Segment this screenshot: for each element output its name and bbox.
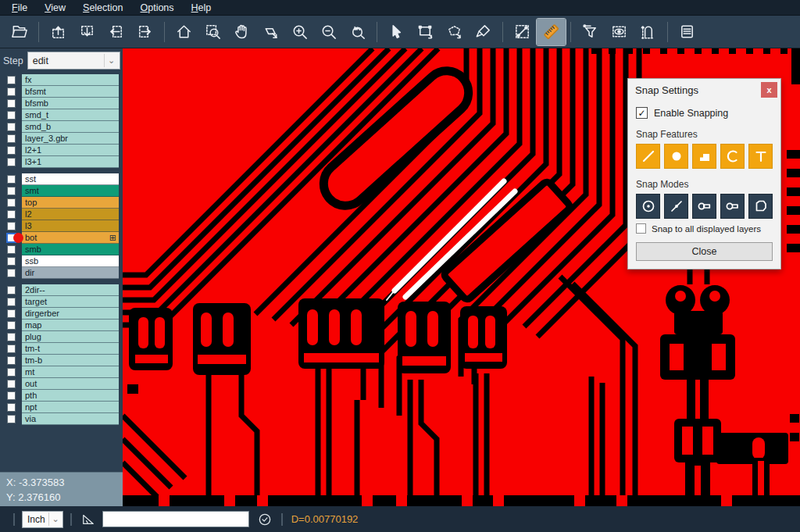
layer-checkbox[interactable]	[7, 158, 16, 166]
layer-checkbox[interactable]	[7, 403, 16, 412]
layer-row-map[interactable]: map	[0, 320, 119, 331]
layer-row-2dir--[interactable]: 2dir--	[0, 284, 119, 296]
zoom-window-button[interactable]	[198, 19, 227, 45]
layer-checkbox[interactable]	[7, 76, 16, 84]
layer-checkbox[interactable]	[7, 87, 16, 96]
layer-row-l3[interactable]: l3	[0, 220, 119, 232]
snap-arc-button[interactable]	[720, 144, 745, 169]
layer-row-tm-b[interactable]: tm-b	[0, 355, 119, 366]
brush-button[interactable]	[469, 19, 498, 45]
layer-checkbox[interactable]	[7, 175, 16, 184]
layer-checkbox[interactable]	[7, 345, 16, 353]
layer-checkbox[interactable]	[7, 356, 16, 365]
layer-row-smt[interactable]: smt	[0, 185, 119, 197]
layer-checkbox[interactable]	[7, 222, 16, 230]
view-eye-button[interactable]	[605, 19, 634, 45]
select-arrow-button[interactable]	[382, 19, 411, 45]
menu-selection[interactable]: Selection	[74, 0, 131, 16]
menu-options[interactable]: Options	[131, 0, 182, 16]
close-button[interactable]: Close	[636, 242, 773, 261]
enable-snapping-checkbox[interactable]: ✓	[636, 107, 648, 119]
layer-row-l3+1[interactable]: l3+1	[0, 156, 119, 168]
layer-row-layer_3.gbr[interactable]: layer_3.gbr	[0, 133, 119, 145]
zoom-out-button[interactable]	[314, 19, 343, 45]
snap-midpoint-button[interactable]	[664, 194, 688, 219]
import-down-button[interactable]	[73, 19, 102, 45]
layer-row-bfsmb[interactable]: bfsmb	[0, 98, 119, 109]
report-button[interactable]	[673, 19, 702, 45]
layer-checkbox[interactable]	[7, 245, 16, 254]
snap-surface-button[interactable]	[692, 144, 716, 169]
layer-checkbox[interactable]	[7, 333, 16, 341]
menu-view[interactable]: View	[36, 0, 74, 16]
layer-checkbox[interactable]	[7, 298, 16, 306]
import-left-button[interactable]	[102, 19, 130, 45]
layer-checkbox[interactable]	[7, 146, 16, 155]
pan-hand-button[interactable]	[227, 19, 256, 45]
layer-row-fx[interactable]: fx	[0, 74, 119, 86]
layer-row-l2+1[interactable]: l2+1	[0, 145, 119, 156]
layer-row-sst[interactable]: sst	[0, 173, 119, 185]
layer-row-tm-t[interactable]: tm-t	[0, 343, 119, 355]
layer-checkbox[interactable]	[7, 123, 16, 131]
measure-path-button[interactable]	[634, 19, 662, 45]
filter-button[interactable]	[576, 19, 605, 45]
layer-checkbox[interactable]	[7, 198, 16, 207]
layer-checkbox[interactable]	[7, 210, 16, 219]
layer-checkbox[interactable]	[7, 134, 16, 143]
layer-row-bfsmt[interactable]: bfsmt	[0, 86, 119, 98]
layer-checkbox[interactable]	[7, 269, 16, 277]
zoom-previous-button[interactable]	[343, 19, 372, 45]
layer-row-smd_t[interactable]: smd_t	[0, 109, 119, 121]
enable-snapping-row[interactable]: ✓ Enable Snapping	[636, 107, 773, 119]
layer-checkbox[interactable]	[7, 380, 16, 388]
layer-row-smd_b[interactable]: smd_b	[0, 121, 119, 133]
layer-checkbox[interactable]	[7, 321, 16, 330]
layer-checkbox[interactable]	[7, 391, 16, 400]
layer-row-bot[interactable]: bot⊞	[0, 232, 119, 244]
layer-checkbox[interactable]	[7, 368, 16, 377]
layer-checkbox[interactable]	[7, 286, 16, 295]
select-rectangle-button[interactable]	[411, 19, 440, 45]
layer-row-top[interactable]: top	[0, 197, 119, 209]
all-layers-checkbox[interactable]	[636, 223, 646, 234]
snap-text-button[interactable]	[748, 144, 773, 169]
layer-row-mt[interactable]: mt	[0, 366, 119, 378]
layer-checkbox[interactable]	[7, 187, 16, 195]
layer-row-pth[interactable]: pth	[0, 390, 119, 402]
layer-checkbox[interactable]	[7, 415, 16, 423]
home-button[interactable]	[170, 19, 198, 45]
layer-row-target[interactable]: target	[0, 296, 119, 308]
menu-file[interactable]: File	[3, 0, 36, 16]
measure-input[interactable]	[102, 511, 249, 527]
dialog-titlebar[interactable]: Snap Settings x	[628, 79, 780, 101]
layer-row-l2[interactable]: l2	[0, 209, 119, 220]
unit-select[interactable]: Inch ⌄	[22, 511, 63, 528]
layer-checkbox[interactable]	[7, 309, 16, 318]
circle-check-icon[interactable]	[255, 510, 274, 529]
layer-row-ssb[interactable]: ssb	[0, 255, 119, 267]
snap-circle-button[interactable]	[664, 144, 688, 169]
layer-row-npt[interactable]: npt	[0, 402, 119, 413]
step-select[interactable]: edit ⌄	[27, 52, 120, 70]
import-up-button[interactable]	[44, 19, 73, 45]
layer-checkbox[interactable]	[7, 257, 16, 266]
layer-row-plug[interactable]: plug	[0, 331, 119, 343]
close-icon[interactable]: x	[761, 82, 777, 98]
zoom-object-button[interactable]	[256, 19, 285, 45]
snap-center-button[interactable]	[636, 194, 660, 219]
select-polygon-button[interactable]	[440, 19, 469, 45]
zoom-in-button[interactable]	[285, 19, 314, 45]
open-folder-button[interactable]	[5, 19, 34, 45]
layer-checkbox[interactable]	[7, 111, 16, 120]
layer-row-smb[interactable]: smb	[0, 244, 119, 255]
snap-slot-closed-button[interactable]	[692, 194, 716, 219]
layer-row-out[interactable]: out	[0, 378, 119, 390]
measure-line-button[interactable]	[508, 19, 537, 45]
layer-row-via[interactable]: via	[0, 413, 119, 425]
layer-row-dir[interactable]: dir	[0, 267, 119, 279]
all-layers-row[interactable]: Snap to all displayed layers	[636, 223, 773, 234]
menu-help[interactable]: Help	[183, 0, 220, 16]
layer-row-dirgerber[interactable]: dirgerber	[0, 308, 119, 320]
ruler-button[interactable]	[537, 19, 566, 45]
